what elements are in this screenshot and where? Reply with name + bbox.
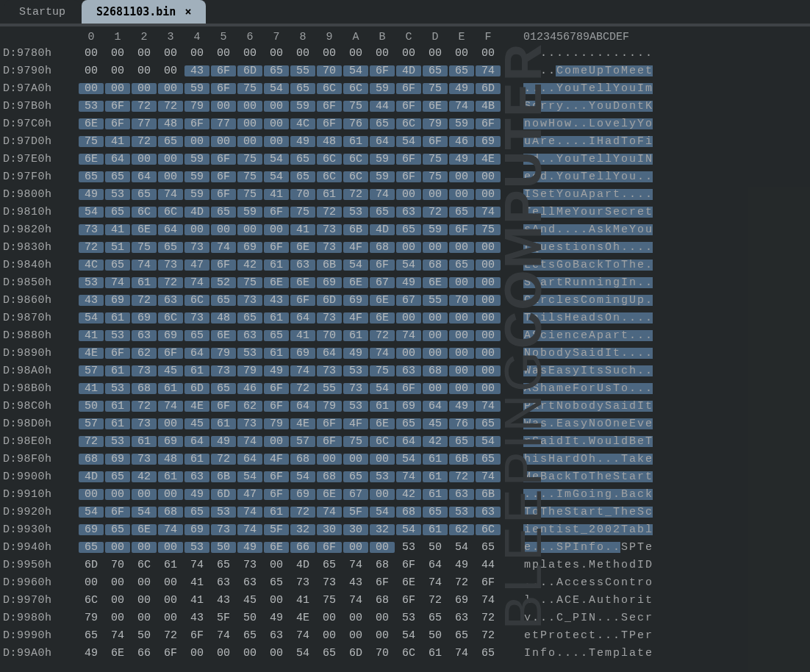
ascii-char[interactable]: l xyxy=(645,523,653,536)
ascii-char[interactable]: L xyxy=(523,259,531,271)
hex-bytes[interactable]: 49536574596F75417061727400000000 xyxy=(78,188,501,201)
ascii-char[interactable]: p xyxy=(531,559,540,571)
hex-byte[interactable]: 64 xyxy=(316,347,343,360)
hex-byte[interactable]: 6D xyxy=(184,382,210,395)
hex-byte[interactable]: 61 xyxy=(184,453,210,465)
hex-byte[interactable]: 5F xyxy=(210,612,237,624)
hex-byte[interactable]: 65 xyxy=(448,259,475,271)
hex-byte[interactable]: 65 xyxy=(475,453,501,465)
hex-row[interactable]: D:98E0h7253616964497400576F756C64426554r… xyxy=(0,432,810,450)
hex-byte[interactable]: 00 xyxy=(369,629,395,642)
hex-byte[interactable]: 65 xyxy=(210,294,237,307)
ascii-char[interactable]: i xyxy=(572,241,580,254)
ascii-char[interactable]: . xyxy=(612,629,620,642)
ascii-char[interactable]: . xyxy=(540,541,548,554)
ascii-char[interactable]: a xyxy=(580,347,588,360)
hex-byte[interactable]: 4D xyxy=(184,206,210,218)
hex-byte[interactable]: 6F xyxy=(316,100,343,112)
hex-byte[interactable]: 43 xyxy=(184,612,210,624)
hex-byte[interactable]: 00 xyxy=(184,647,210,660)
ascii-char[interactable]: A xyxy=(588,594,596,607)
ascii-char[interactable]: . xyxy=(604,453,612,465)
ascii-char[interactable]: d xyxy=(540,171,548,183)
hex-byte[interactable]: 79 xyxy=(263,418,290,430)
hex-byte[interactable]: 6E xyxy=(131,523,157,536)
hex-byte[interactable]: 00 xyxy=(237,647,263,660)
ascii-char[interactable]: . xyxy=(531,65,540,77)
ascii-char[interactable]: t xyxy=(645,65,653,77)
hex-byte[interactable]: 5F xyxy=(263,523,290,536)
ascii-char[interactable]: u xyxy=(604,100,612,112)
hex-byte[interactable]: 00 xyxy=(263,100,290,112)
ascii-char[interactable]: . xyxy=(645,365,653,377)
hex-byte[interactable]: 4E xyxy=(475,153,501,165)
ascii-char[interactable]: e xyxy=(564,559,572,571)
hex-bytes[interactable]: 506172744E6F626F6479536169644974 xyxy=(78,400,501,412)
ascii-char[interactable]: _ xyxy=(604,506,612,518)
ascii-char[interactable]: t xyxy=(645,594,653,607)
ascii-char[interactable]: W xyxy=(588,435,596,448)
hex-byte[interactable]: 61 xyxy=(157,559,184,571)
ascii-char[interactable]: t xyxy=(637,100,645,112)
hex-byte[interactable]: 74 xyxy=(237,506,263,518)
ascii-char[interactable]: M xyxy=(588,559,596,571)
hex-row[interactable]: D:9810h54656C6C4D65596F7572536563726574T… xyxy=(0,203,810,221)
hex-byte[interactable]: 69 xyxy=(237,241,263,254)
hex-byte[interactable]: 73 xyxy=(237,418,263,430)
hex-row[interactable]: D:9870h5461696C7348656164734F6E00000000T… xyxy=(0,309,810,326)
ascii-char[interactable]: o xyxy=(620,82,628,95)
ascii-char[interactable]: s xyxy=(540,453,548,465)
ascii-char[interactable]: e xyxy=(548,135,556,148)
hex-byte[interactable]: 61 xyxy=(104,400,131,412)
ascii-char[interactable]: l xyxy=(612,435,620,448)
ascii-char[interactable]: o xyxy=(620,153,628,165)
ascii-char[interactable]: a xyxy=(580,259,588,271)
hex-row[interactable]: D:9790h00000000436F6D655570546F4D656574.… xyxy=(0,62,810,79)
ascii-char[interactable]: i xyxy=(604,294,612,307)
ascii-char[interactable]: A xyxy=(531,224,540,236)
hex-byte[interactable]: 72 xyxy=(157,100,184,112)
hex-byte[interactable]: 49 xyxy=(343,347,369,360)
hex-byte[interactable]: 65 xyxy=(184,506,210,518)
hex-byte[interactable]: 00 xyxy=(448,347,475,360)
ascii-char[interactable]: A xyxy=(580,188,588,201)
ascii-char[interactable]: I xyxy=(637,153,645,165)
hex-byte[interactable]: 6F xyxy=(104,506,131,518)
ascii-char[interactable]: . xyxy=(637,47,645,60)
ascii-char[interactable]: d xyxy=(628,559,637,571)
hex-byte[interactable]: 4E xyxy=(290,612,316,624)
hex-byte[interactable]: 6C xyxy=(316,82,343,95)
ascii-char[interactable]: H xyxy=(596,135,604,148)
hex-byte[interactable]: 65 xyxy=(290,171,316,183)
ascii-char[interactable]: a xyxy=(531,312,540,324)
hex-byte[interactable]: 61 xyxy=(263,312,290,324)
ascii-cell[interactable]: StartRunningIn.. xyxy=(523,276,653,289)
hex-byte[interactable]: 70 xyxy=(448,294,475,307)
hex-byte[interactable]: 00 xyxy=(131,65,157,77)
ascii-char[interactable]: i xyxy=(596,276,604,289)
hex-byte[interactable]: 00 xyxy=(131,576,157,589)
ascii-char[interactable]: r xyxy=(588,382,596,395)
hex-byte[interactable]: 45 xyxy=(184,418,210,430)
hex-byte[interactable]: 79 xyxy=(184,100,210,112)
ascii-char[interactable]: F xyxy=(637,135,645,148)
hex-row[interactable]: D:97C0h6E6F77486F7700004C6F76656C79596Fn… xyxy=(0,115,810,132)
hex-row[interactable]: D:9930h69656E746973745F323030325461626Ci… xyxy=(0,521,810,538)
hex-byte[interactable]: 65 xyxy=(422,612,448,624)
ascii-char[interactable]: o xyxy=(531,100,540,112)
hex-byte[interactable]: 57 xyxy=(78,418,104,430)
ascii-char[interactable]: o xyxy=(548,647,556,660)
ascii-char[interactable]: w xyxy=(564,118,572,130)
ascii-char[interactable]: d xyxy=(548,224,556,236)
hex-byte[interactable]: 49 xyxy=(263,365,290,377)
hex-byte[interactable]: 00 xyxy=(475,347,501,360)
ascii-char[interactable]: L xyxy=(588,118,596,130)
ascii-char[interactable]: k xyxy=(564,471,572,483)
hex-byte[interactable]: 30 xyxy=(343,523,369,536)
hex-byte[interactable]: 70 xyxy=(290,188,316,201)
ascii-char[interactable]: i xyxy=(645,135,653,148)
ascii-char[interactable]: . xyxy=(531,594,540,607)
ascii-char[interactable]: e xyxy=(564,294,572,307)
ascii-char[interactable]: a xyxy=(580,312,588,324)
hex-byte[interactable]: 49 xyxy=(78,188,104,201)
